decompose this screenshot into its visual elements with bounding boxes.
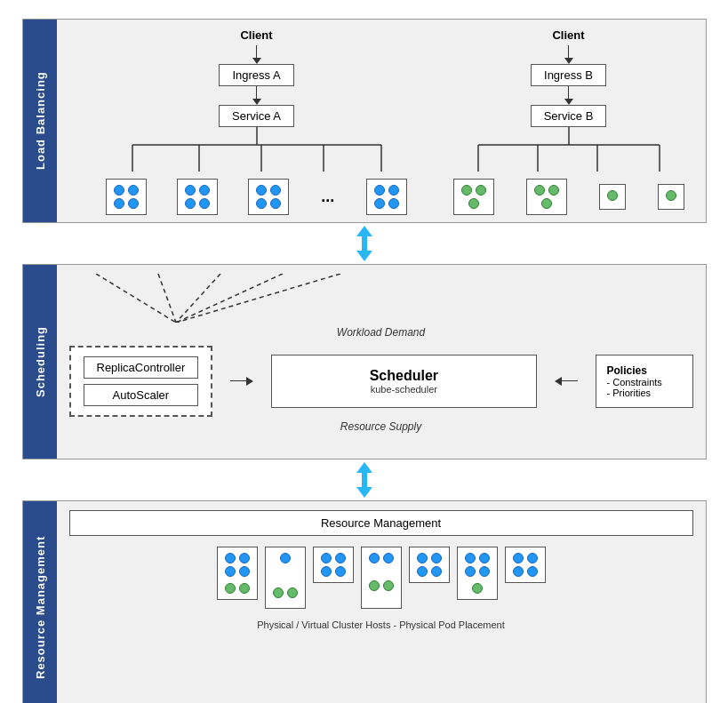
lb-right: Client Ingress B Service B bbox=[444, 28, 693, 215]
rm-node-3 bbox=[313, 547, 354, 583]
rm-node-7 bbox=[505, 547, 546, 583]
kube-scheduler-label: kube-scheduler bbox=[292, 384, 516, 395]
resource-supply-label: Resource Supply bbox=[69, 420, 693, 433]
blue-arrow-body-bot bbox=[362, 244, 367, 251]
pod-group-a4 bbox=[366, 179, 407, 215]
policy-priorities: - Priorities bbox=[607, 387, 682, 398]
pod-group-a3 bbox=[248, 179, 289, 215]
auto-scaler-box: AutoScaler bbox=[84, 384, 199, 406]
policy-constraints: - Constraints bbox=[607, 377, 682, 387]
svg-line-13 bbox=[96, 274, 176, 323]
arrow-lb-to-sched bbox=[22, 230, 707, 257]
pod-group-b4 bbox=[658, 184, 684, 210]
scheduler-title: Scheduler bbox=[292, 368, 516, 384]
blue-arrow-up bbox=[356, 226, 372, 236]
load-balancing-label: Load Balancing bbox=[23, 20, 57, 222]
ellipsis: ... bbox=[321, 188, 334, 206]
service-a-pods: ... bbox=[106, 179, 408, 215]
blue-arrow-down-2 bbox=[356, 487, 372, 498]
workload-demand-label: Workload Demand bbox=[69, 326, 693, 339]
client-b-label: Client bbox=[552, 28, 584, 42]
arrow-replica-to-scheduler bbox=[230, 377, 253, 386]
pod-group-a1 bbox=[106, 179, 147, 215]
service-b-tree-lines bbox=[453, 127, 684, 172]
pod-group-b1 bbox=[453, 179, 494, 215]
pod-group-a2 bbox=[177, 179, 218, 215]
replica-autoscaler-box: ReplicaController AutoScaler bbox=[69, 346, 213, 417]
pod-group-b2 bbox=[526, 179, 567, 215]
service-b-pods bbox=[453, 179, 684, 215]
arrow-sched-to-rm bbox=[22, 467, 707, 493]
load-balancing-section: Load Balancing Client Ingress A Service … bbox=[22, 19, 707, 223]
service-b-box: Service B bbox=[531, 105, 607, 127]
resource-management-label: Resource Management bbox=[23, 501, 57, 704]
lb-left: Client Ingress A Service A bbox=[69, 28, 444, 215]
pod-group-b3 bbox=[599, 184, 626, 210]
rm-content-area: Resource Management bbox=[57, 501, 706, 704]
rm-pods-row bbox=[217, 547, 546, 609]
rm-node-5 bbox=[409, 547, 450, 583]
blue-arrow-up-2 bbox=[356, 462, 372, 473]
svg-line-17 bbox=[176, 274, 340, 323]
rm-node-1 bbox=[217, 547, 258, 600]
diagram: Load Balancing Client Ingress A Service … bbox=[13, 10, 716, 694]
blue-arrow-body-top bbox=[362, 236, 367, 244]
replica-controller-box: ReplicaController bbox=[84, 356, 199, 379]
rm-node-4 bbox=[361, 547, 402, 609]
scheduling-inner: ReplicaController AutoScaler Scheduler k… bbox=[69, 346, 693, 417]
service-a-tree-lines bbox=[106, 127, 408, 172]
rm-node-2 bbox=[265, 547, 306, 609]
dashed-lines-area bbox=[69, 274, 693, 323]
scheduling-label: Scheduling bbox=[23, 265, 57, 459]
resource-management-section: Resource Management Resource Management bbox=[22, 500, 707, 704]
client-a-label: Client bbox=[240, 28, 272, 42]
arrow-policies-to-scheduler bbox=[555, 377, 578, 386]
svg-line-14 bbox=[158, 274, 176, 323]
policies-box: Policies - Constraints - Priorities bbox=[596, 355, 693, 408]
resource-management-box: Resource Management bbox=[69, 510, 693, 536]
blue-arrow-down bbox=[356, 251, 372, 261]
scheduling-section: Scheduling Workload Demand ReplicaContro… bbox=[22, 264, 707, 459]
rm-inner: Resource Management bbox=[69, 510, 693, 630]
blue-arrow-body-bot-2 bbox=[362, 480, 367, 487]
scheduler-box: Scheduler kube-scheduler bbox=[271, 355, 536, 408]
svg-line-16 bbox=[176, 274, 283, 323]
blue-arrow-body-top-2 bbox=[362, 473, 367, 480]
lb-content-area: Client Ingress A Service A bbox=[57, 20, 706, 222]
ingress-b-box: Ingress B bbox=[531, 64, 606, 86]
policies-title: Policies bbox=[607, 364, 682, 377]
rm-footer-label: Physical / Virtual Cluster Hosts - Physi… bbox=[257, 619, 505, 630]
service-a-box: Service A bbox=[219, 105, 294, 127]
dashed-pod-lines bbox=[69, 274, 693, 323]
svg-line-15 bbox=[176, 274, 220, 323]
rm-node-6 bbox=[457, 547, 498, 600]
sched-content-area: Workload Demand ReplicaController AutoSc… bbox=[57, 265, 706, 459]
ingress-a-box: Ingress A bbox=[219, 64, 293, 86]
